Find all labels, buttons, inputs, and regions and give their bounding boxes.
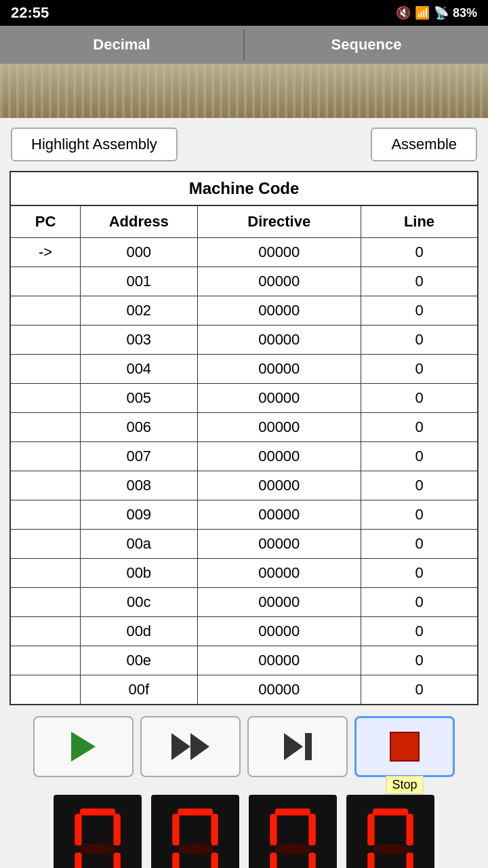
table-row: 007000000 bbox=[10, 442, 478, 471]
fast-forward-button[interactable] bbox=[140, 716, 241, 777]
cell-pc bbox=[10, 384, 81, 413]
cell-directive: 00000 bbox=[197, 530, 361, 559]
cell-pc bbox=[10, 617, 81, 646]
stop-icon bbox=[390, 732, 420, 762]
cell-directive: 00000 bbox=[197, 588, 361, 617]
segment-display-row bbox=[0, 781, 488, 868]
table-row: 00c000000 bbox=[10, 588, 478, 617]
tab-bar: Decimal Sequence bbox=[0, 26, 488, 64]
table-row: 00d000000 bbox=[10, 617, 478, 646]
cell-address: 006 bbox=[81, 413, 198, 442]
cell-address: 009 bbox=[81, 500, 198, 530]
status-bar: 22:55 🔇 📶 📡 83% bbox=[0, 0, 488, 26]
step-forward-button[interactable] bbox=[247, 716, 348, 777]
cell-pc bbox=[10, 500, 81, 530]
col-header-address: Address bbox=[81, 205, 198, 238]
cell-directive: 00000 bbox=[197, 296, 361, 326]
cell-address: 004 bbox=[81, 355, 198, 384]
cell-line: 0 bbox=[361, 296, 479, 326]
tab-sequence[interactable]: Sequence bbox=[245, 29, 488, 60]
wifi-icon: 📶 bbox=[415, 5, 430, 20]
highlight-assembly-button[interactable]: Highlight Assembly bbox=[11, 127, 178, 161]
cell-line: 0 bbox=[361, 355, 479, 384]
cell-directive: 00000 bbox=[197, 384, 361, 413]
time-display: 22:55 bbox=[11, 4, 49, 22]
svg-rect-0 bbox=[80, 808, 115, 815]
stop-tooltip: Stop bbox=[386, 776, 423, 794]
table-row: 00e000000 bbox=[10, 646, 478, 675]
cell-pc bbox=[10, 530, 81, 559]
svg-rect-24 bbox=[373, 808, 408, 815]
cell-line: 0 bbox=[361, 675, 479, 705]
play-button[interactable] bbox=[33, 716, 134, 777]
machine-code-table-container: Machine Code PC Address Directive Line -… bbox=[0, 171, 488, 705]
cell-pc bbox=[10, 471, 81, 500]
cell-pc bbox=[10, 675, 81, 705]
cell-address: 000 bbox=[81, 238, 198, 267]
cell-directive: 00000 bbox=[197, 559, 361, 588]
cell-line: 0 bbox=[361, 442, 479, 471]
cell-address: 001 bbox=[81, 267, 198, 296]
cell-directive: 00000 bbox=[197, 442, 361, 471]
mute-icon: 🔇 bbox=[396, 5, 411, 20]
svg-rect-21 bbox=[308, 852, 315, 868]
cell-pc bbox=[10, 355, 81, 384]
svg-rect-7 bbox=[87, 844, 108, 854]
cell-pc bbox=[10, 413, 81, 442]
cell-line: 0 bbox=[361, 413, 479, 442]
seg-digit-1 bbox=[54, 795, 142, 868]
svg-rect-10 bbox=[211, 814, 218, 846]
cell-address: 003 bbox=[81, 326, 198, 355]
svg-rect-23 bbox=[282, 844, 303, 854]
cell-line: 0 bbox=[361, 530, 479, 559]
cell-line: 0 bbox=[361, 559, 479, 588]
machine-code-table: Machine Code PC Address Directive Line -… bbox=[9, 171, 479, 705]
cell-directive: 00000 bbox=[197, 675, 361, 705]
cell-directive: 00000 bbox=[197, 471, 361, 500]
tab-decimal[interactable]: Decimal bbox=[0, 29, 245, 60]
col-header-directive: Directive bbox=[197, 205, 361, 238]
controls-row: Stop bbox=[0, 705, 488, 781]
seg-digit-1-svg bbox=[70, 805, 125, 868]
table-row: 009000000 bbox=[10, 500, 478, 530]
cell-directive: 00000 bbox=[197, 267, 361, 296]
table-row: 00a000000 bbox=[10, 530, 478, 559]
cell-pc bbox=[10, 296, 81, 326]
status-icons: 🔇 📶 📡 83% bbox=[396, 5, 477, 20]
cell-address: 007 bbox=[81, 442, 198, 471]
cell-line: 0 bbox=[361, 384, 479, 413]
table-row: 006000000 bbox=[10, 413, 478, 442]
table-row: 00b000000 bbox=[10, 559, 478, 588]
col-header-line: Line bbox=[361, 205, 479, 238]
cell-line: 0 bbox=[361, 617, 479, 646]
cell-line: 0 bbox=[361, 471, 479, 500]
cell-address: 00f bbox=[81, 675, 198, 705]
svg-rect-18 bbox=[308, 814, 315, 846]
cell-pc: -> bbox=[10, 238, 81, 267]
svg-rect-9 bbox=[172, 814, 179, 846]
cell-pc bbox=[10, 442, 81, 471]
seg-digit-2 bbox=[151, 795, 239, 868]
banner-image bbox=[0, 64, 488, 118]
battery-display: 83% bbox=[453, 6, 477, 20]
table-row: 002000000 bbox=[10, 296, 478, 326]
col-header-pc: PC bbox=[10, 205, 81, 238]
assemble-button[interactable]: Assemble bbox=[371, 127, 477, 161]
table-row: 004000000 bbox=[10, 355, 478, 384]
cell-line: 0 bbox=[361, 588, 479, 617]
stop-button[interactable]: Stop bbox=[354, 716, 455, 777]
cell-line: 0 bbox=[361, 500, 479, 530]
action-row: Highlight Assembly Assemble bbox=[0, 118, 488, 171]
cell-line: 0 bbox=[361, 326, 479, 355]
cell-pc bbox=[10, 267, 81, 296]
cell-line: 0 bbox=[361, 267, 479, 296]
table-row: 005000000 bbox=[10, 384, 478, 413]
cell-pc bbox=[10, 646, 81, 675]
svg-rect-1 bbox=[75, 814, 81, 846]
table-row: ->000000000 bbox=[10, 238, 478, 267]
step-forward-icon bbox=[284, 733, 312, 760]
cell-pc bbox=[10, 588, 81, 617]
cell-pc bbox=[10, 559, 81, 588]
cell-address: 008 bbox=[81, 471, 198, 500]
cell-directive: 00000 bbox=[197, 413, 361, 442]
